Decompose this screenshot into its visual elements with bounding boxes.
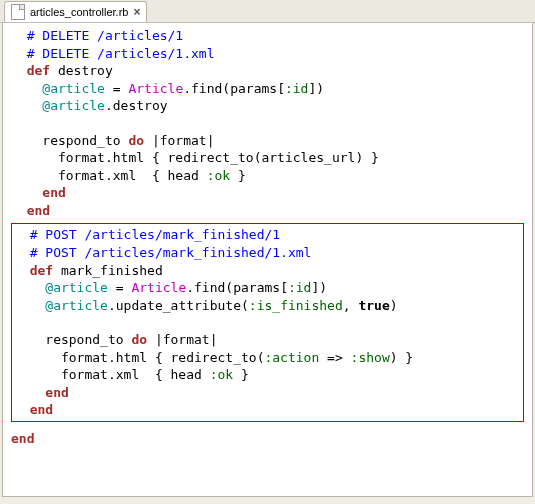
file-tab[interactable]: articles_controller.rb × [4,1,147,22]
code-line: format.html { redirect_to(:action => :sh… [14,349,521,367]
code-line: end [11,430,524,448]
highlighted-block: # POST /articles/mark_finished/1 # POST … [11,223,524,421]
code-line: end [14,401,521,419]
file-icon [11,4,25,20]
code-line: @article.update_attribute(:is_finished, … [14,297,521,315]
code-line: format.html { redirect_to(articles_url) … [11,149,524,167]
tab-filename: articles_controller.rb [30,6,128,18]
code-line: # POST /articles/mark_finished/1.xml [14,244,521,262]
code-line: end [14,384,521,402]
code-line: @article = Article.find(params[:id]) [11,80,524,98]
code-line: # DELETE /articles/1 [11,27,524,45]
blank-line [14,314,521,331]
tab-bar: articles_controller.rb × [0,0,535,23]
code-line: respond_to do |format| [14,331,521,349]
close-icon[interactable]: × [133,5,140,19]
code-line: end [11,184,524,202]
code-line: def destroy [11,62,524,80]
code-line: # DELETE /articles/1.xml [11,45,524,63]
code-line: respond_to do |format| [11,132,524,150]
code-line: @article.destroy [11,97,524,115]
code-line: @article = Article.find(params[:id]) [14,279,521,297]
code-line: end [11,202,524,220]
blank-line [11,115,524,132]
code-line: # POST /articles/mark_finished/1 [14,226,521,244]
code-line: format.xml { head :ok } [14,366,521,384]
code-editor[interactable]: # DELETE /articles/1 # DELETE /articles/… [2,23,533,497]
code-line: def mark_finished [14,262,521,280]
code-line: format.xml { head :ok } [11,167,524,185]
